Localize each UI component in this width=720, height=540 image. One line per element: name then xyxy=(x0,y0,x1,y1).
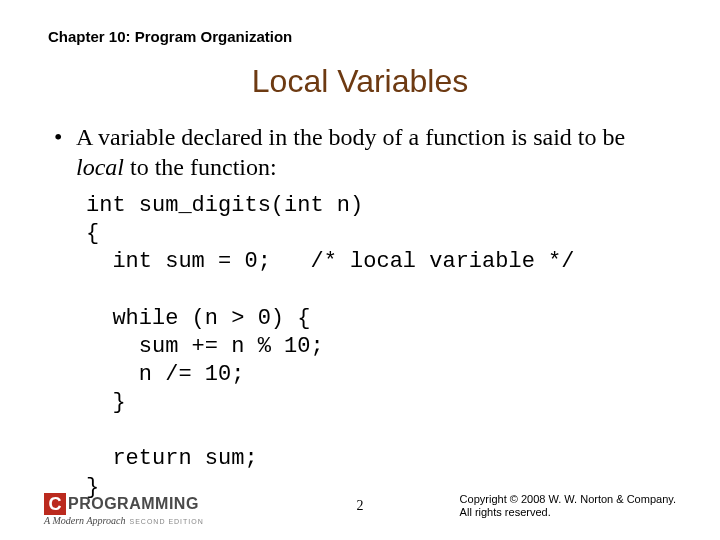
logo-top-row: C PROGRAMMING xyxy=(44,493,204,515)
logo-c-icon: C xyxy=(44,493,66,515)
bullet-text: A variable declared in the body of a fun… xyxy=(76,122,666,182)
book-logo: C PROGRAMMING A Modern Approach SECOND E… xyxy=(44,493,204,526)
logo-word: PROGRAMMING xyxy=(68,495,199,513)
slide-title: Local Variables xyxy=(48,63,672,100)
page-number: 2 xyxy=(357,498,364,514)
bullet-text-post: to the function: xyxy=(124,154,277,180)
logo-subtitle: A Modern Approach xyxy=(44,515,125,526)
copyright-line-2: All rights reserved. xyxy=(460,506,676,520)
copyright: Copyright © 2008 W. W. Norton & Company.… xyxy=(460,493,676,521)
bullet-text-pre: A variable declared in the body of a fun… xyxy=(76,124,625,150)
logo-edition: SECOND EDITION xyxy=(129,518,203,525)
copyright-line-1: Copyright © 2008 W. W. Norton & Company. xyxy=(460,493,676,507)
bullet-dot: • xyxy=(54,122,76,182)
slide: Chapter 10: Program Organization Local V… xyxy=(0,0,720,540)
chapter-heading: Chapter 10: Program Organization xyxy=(48,28,672,45)
footer: C PROGRAMMING A Modern Approach SECOND E… xyxy=(0,482,720,526)
bullet-item: • A variable declared in the body of a f… xyxy=(54,122,666,182)
code-block: int sum_digits(int n) { int sum = 0; /* … xyxy=(86,192,672,502)
bullet-text-emph: local xyxy=(76,154,124,180)
